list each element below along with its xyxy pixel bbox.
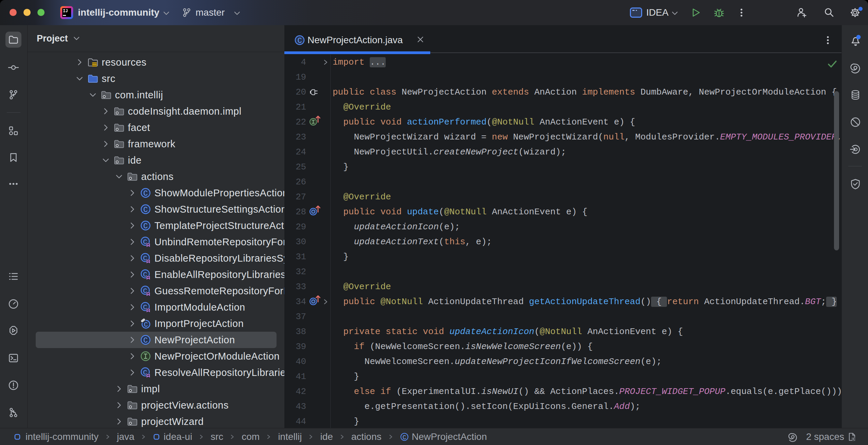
svg-text:C: C — [402, 434, 406, 441]
svg-text:C: C — [297, 37, 302, 45]
svg-text:IJ: IJ — [63, 9, 68, 14]
